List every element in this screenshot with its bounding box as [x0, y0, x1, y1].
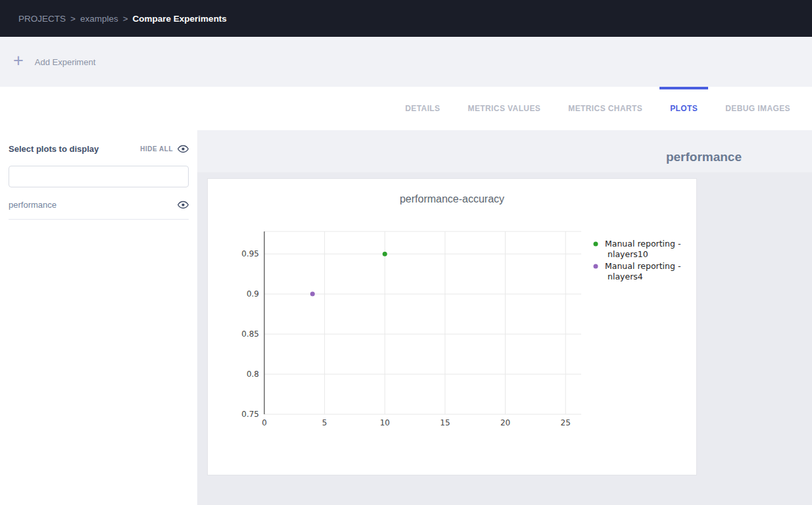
tab-debug-images[interactable]: DEBUG IMAGES [711, 87, 804, 130]
legend-label: Manual reporting - [605, 239, 681, 249]
add-experiment-label: Add Experiment [35, 57, 96, 67]
legend-item[interactable]: Manual reporting -nlayers10 [594, 239, 681, 259]
content-area: Select plots to display HIDE ALL perform… [0, 130, 812, 505]
data-point [310, 292, 315, 297]
sidebar-header: Select plots to display HIDE ALL [9, 143, 189, 155]
legend-label: Manual reporting - [605, 261, 681, 271]
breadcrumb-examples[interactable]: examples [80, 14, 118, 24]
plot-selector-sidebar: Select plots to display HIDE ALL perform… [0, 130, 197, 505]
x-tick-label: 15 [440, 418, 450, 427]
legend-marker [594, 242, 598, 247]
plot-title: performance-accuracy [208, 179, 696, 205]
sidebar-title: Select plots to display [9, 144, 99, 154]
plot-grid: 0.750.80.850.90.950510152025 [241, 231, 581, 427]
tab-metrics-values[interactable]: METRICS VALUES [454, 87, 555, 130]
tab-metrics-charts[interactable]: METRICS CHARTS [554, 87, 656, 130]
x-tick-label: 10 [380, 418, 390, 427]
toolbar: + Add Experiment [0, 37, 812, 87]
tab-details[interactable]: DETAILS [391, 87, 454, 130]
performance-accuracy-scatter-plot[interactable]: 0.750.80.850.90.950510152025Manual repor… [208, 218, 696, 442]
tab-plots[interactable]: PLOTS [656, 87, 711, 130]
plus-icon: + [13, 52, 24, 70]
plot-card: performance-accuracy 0.750.80.850.90.950… [208, 179, 696, 475]
eye-icon [178, 143, 189, 155]
y-tick-label: 0.85 [241, 329, 259, 339]
plots-panel: performance performance-accuracy 0.750.8… [197, 130, 812, 505]
hide-all-label: HIDE ALL [140, 145, 173, 153]
y-tick-label: 0.75 [241, 410, 259, 419]
metric-group-header: performance [197, 130, 812, 172]
eye-toggle-icon[interactable] [178, 199, 189, 210]
legend-label: nlayers10 [608, 249, 648, 259]
y-tick-label: 0.9 [247, 289, 259, 299]
hide-all-button[interactable]: HIDE ALL [140, 143, 189, 155]
breadcrumb-separator: > [70, 14, 76, 24]
x-tick-label: 25 [561, 418, 571, 427]
x-tick-label: 5 [322, 418, 327, 427]
breadcrumb-current-page: Compare Experiments [133, 14, 227, 24]
legend-item[interactable]: Manual reporting -nlayers4 [594, 261, 681, 281]
data-point [383, 252, 387, 256]
y-tick-label: 0.95 [241, 249, 259, 258]
x-tick-label: 20 [500, 418, 510, 427]
plot-item-label[interactable]: performance [9, 200, 57, 210]
x-tick-label: 0 [262, 418, 267, 427]
breadcrumb-projects[interactable]: PROJECTS [18, 14, 66, 24]
add-experiment-button[interactable]: + Add Experiment [13, 54, 95, 70]
y-tick-label: 0.8 [247, 370, 259, 379]
legend-label: nlayers4 [608, 272, 643, 281]
metric-group-title: performance [666, 150, 742, 164]
app-window: PROJECTS > examples > Compare Experiment… [0, 0, 812, 505]
breadcrumb-separator: > [123, 14, 128, 24]
legend-marker [594, 264, 598, 269]
plot-list-item-performance: performance [9, 199, 189, 220]
tab-bar: DETAILS METRICS VALUES METRICS CHARTS PL… [0, 87, 812, 130]
breadcrumb-bar: PROJECTS > examples > Compare Experiment… [0, 0, 812, 37]
plot-filter-input[interactable] [9, 166, 189, 187]
